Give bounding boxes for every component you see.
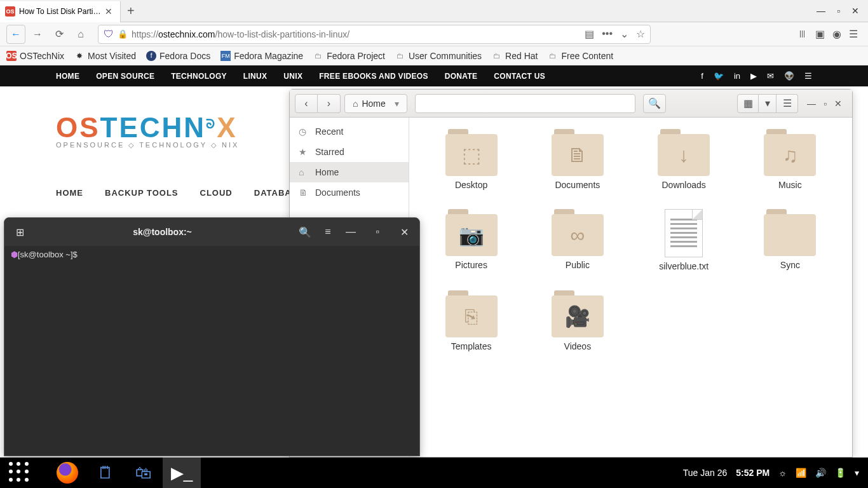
more-icon[interactable]: •••	[602, 28, 613, 40]
pocket-icon[interactable]: ⌄	[620, 28, 628, 40]
terminal-body[interactable]: ⬢[sk@toolbox ~]$	[4, 246, 419, 263]
nav-unix[interactable]: UNIX	[283, 72, 302, 81]
folder-desktop[interactable]: ⬚Desktop	[424, 129, 518, 190]
minimize-icon[interactable]: —	[817, 6, 825, 16]
taskbar-time[interactable]: 5:52 PM	[736, 468, 770, 478]
task-notes[interactable]: 🗒	[86, 458, 125, 488]
shield-icon[interactable]: 🛡	[104, 29, 114, 40]
site-logo[interactable]: OSTECHNᘐX OPENSOURCE ◇ TECHNOLOGY ◇ NIX	[56, 112, 239, 149]
menu-cloud[interactable]: CLOUD	[200, 188, 233, 198]
reader-icon[interactable]: ▤	[585, 28, 594, 40]
sidebar-documents[interactable]: 🗎Documents	[290, 182, 409, 203]
path-label: Home	[362, 98, 385, 109]
folder-sync[interactable]: Sync	[743, 209, 837, 271]
bookmark-fedoramagazine[interactable]: FMFedora Magazine	[220, 51, 303, 61]
nav-linux[interactable]: LINUX	[243, 72, 268, 81]
files-close-icon[interactable]: ✕	[834, 98, 842, 109]
task-terminal[interactable]: ▶_	[163, 458, 201, 488]
bookmark-fedoradocs[interactable]: fFedora Docs	[146, 51, 210, 61]
nav-opensource[interactable]: OPEN SOURCE	[96, 72, 154, 81]
maximize-icon[interactable]: ▫	[837, 6, 840, 16]
path-bar[interactable]: ⌂Home▾	[344, 94, 407, 113]
brightness-icon[interactable]: ☼	[778, 468, 787, 478]
rss-icon[interactable]: ☰	[804, 71, 812, 81]
bookmark-fedoraproject[interactable]: 🗀Fedora Project	[313, 51, 385, 61]
reload-button[interactable]: ⟳	[50, 25, 69, 44]
menu-backuptools[interactable]: BACKUP TOOLS	[105, 188, 179, 198]
url-bar[interactable]: 🛡 🔒 https://ostechnix.com/how-to-list-di…	[98, 25, 651, 44]
task-software[interactable]: 🛍	[125, 458, 163, 488]
browser-tab[interactable]: OS How To List Disk Partition ✕	[0, 1, 121, 22]
files-maximize-icon[interactable]: ▫	[824, 98, 827, 109]
reddit-icon[interactable]: 👽	[784, 71, 794, 81]
terminal-close-icon[interactable]: ✕	[393, 222, 416, 242]
nav-technology[interactable]: TECHNOLOGY	[171, 72, 227, 81]
taskbar-date[interactable]: Tue Jan 26	[683, 468, 728, 478]
account-icon[interactable]: ◉	[832, 28, 841, 40]
desktop-icon: ⬚	[445, 134, 498, 176]
sidebar-home[interactable]: ⌂Home	[290, 162, 409, 182]
folder-downloads[interactable]: ↓Downloads	[637, 129, 731, 190]
bookmark-freecontent[interactable]: 🗀Free Content	[548, 51, 613, 61]
bookmark-ostechnix[interactable]: OSOSTechNix	[6, 51, 64, 61]
mail-icon[interactable]: ✉	[767, 71, 774, 81]
sidebar-starred[interactable]: ★Starred	[290, 142, 409, 162]
url-text: https://ostechnix.com/how-to-list-disk-p…	[132, 29, 349, 39]
terminal-menu-button[interactable]: ≡	[316, 222, 339, 242]
prompt-symbol: $	[73, 250, 78, 259]
task-firefox[interactable]	[48, 458, 86, 488]
logo-os: OS	[56, 112, 100, 143]
bookmark-usercommunities[interactable]: 🗀User Communities	[395, 51, 482, 61]
library-icon[interactable]: ⫼	[797, 28, 808, 40]
list-view-button[interactable]: ☰	[776, 94, 798, 113]
nav-home[interactable]: HOME	[56, 72, 79, 81]
new-tab-button[interactable]: +	[121, 4, 141, 18]
star-icon[interactable]: ☆	[636, 28, 645, 40]
folder-public[interactable]: ∞Public	[531, 209, 624, 271]
nav-freeebooks[interactable]: FREE EBOOKS AND VIDEOS	[319, 72, 428, 81]
folder-music[interactable]: ♫Music	[743, 129, 837, 190]
terminal-newtab-button[interactable]: ⊞	[8, 222, 31, 242]
bookmark-redhat[interactable]: 🗀Red Hat	[492, 51, 538, 61]
terminal-maximize-icon[interactable]: ▫	[366, 222, 389, 242]
battery-icon[interactable]: 🔋	[835, 468, 846, 478]
facebook-icon[interactable]: f	[701, 71, 703, 81]
wifi-icon[interactable]: 📶	[796, 468, 806, 478]
twitter-icon[interactable]: 🐦	[714, 71, 724, 81]
nav-donate[interactable]: DONATE	[445, 72, 478, 81]
menu-icon[interactable]: ☰	[849, 28, 858, 40]
terminal-search-button[interactable]: 🔍	[294, 222, 316, 242]
sidebar-icon[interactable]: ▣	[815, 28, 825, 40]
files-grid[interactable]: ⬚Desktop 🗎Documents ↓Downloads ♫Music 📷P…	[409, 118, 852, 457]
files-back-button[interactable]: ‹	[295, 94, 318, 113]
software-icon: 🛍	[135, 463, 152, 483]
chevron-down-icon[interactable]: ▾	[855, 468, 859, 478]
home-button[interactable]: ⌂	[71, 25, 90, 44]
folder-videos[interactable]: 🎥Videos	[531, 290, 624, 351]
lock-icon[interactable]: 🔒	[118, 29, 128, 39]
nav-contact[interactable]: CONTACT US	[494, 72, 545, 81]
view-dropdown-button[interactable]: ▾	[759, 94, 776, 113]
tab-close-icon[interactable]: ✕	[102, 6, 115, 17]
volume-icon[interactable]: 🔊	[815, 468, 826, 478]
bookmark-mostvisited[interactable]: ✸Most Visited	[74, 51, 136, 61]
back-button[interactable]: ←	[6, 25, 25, 44]
terminal-minimize-icon[interactable]: —	[339, 222, 362, 242]
folder-pictures[interactable]: 📷Pictures	[424, 209, 518, 271]
files-search-button[interactable]: 🔍	[643, 94, 666, 113]
share-icon: ∞	[552, 214, 604, 256]
close-icon[interactable]: ✕	[851, 6, 859, 16]
menu-home[interactable]: HOME	[56, 188, 83, 198]
folder-templates[interactable]: ⎘Templates	[424, 290, 518, 351]
sidebar-recent[interactable]: ◷Recent	[290, 121, 409, 142]
folder-documents[interactable]: 🗎Documents	[531, 129, 624, 190]
location-input[interactable]	[415, 94, 635, 113]
youtube-icon[interactable]: ▶	[750, 71, 757, 81]
linkedin-icon[interactable]: in	[734, 71, 740, 81]
files-minimize-icon[interactable]: —	[807, 98, 816, 109]
forward-button[interactable]: →	[28, 25, 47, 44]
files-forward-button[interactable]: ›	[318, 94, 341, 113]
file-silverblue[interactable]: silverblue.txt	[637, 209, 731, 271]
activities-button[interactable]	[9, 462, 31, 484]
icon-view-button[interactable]: ▦	[737, 94, 759, 113]
